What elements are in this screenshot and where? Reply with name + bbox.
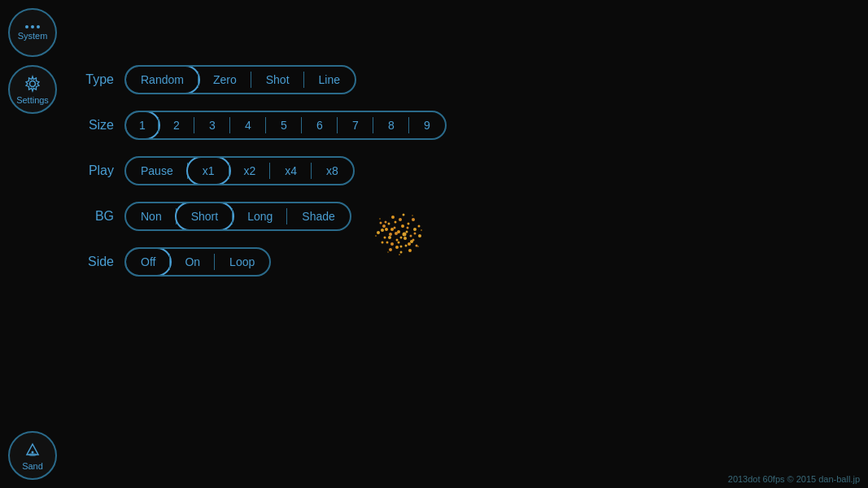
svg-point-31: [377, 231, 380, 234]
svg-point-0: [30, 81, 36, 86]
settings-label: Settings: [16, 95, 49, 105]
svg-point-17: [390, 242, 394, 246]
svg-point-43: [410, 240, 413, 243]
svg-point-33: [395, 221, 397, 224]
svg-point-6: [396, 239, 399, 242]
footer-text: 2013dot 60fps © 2015 dan-ball.jp: [728, 474, 860, 484]
bg-non-button[interactable]: Non: [126, 203, 177, 229]
size-label: Size: [69, 118, 114, 133]
svg-point-41: [382, 224, 386, 228]
svg-point-3: [401, 224, 404, 228]
svg-point-44: [414, 233, 417, 235]
sand-icon: [24, 441, 41, 459]
svg-point-24: [418, 225, 421, 228]
side-group: Off On Loop: [124, 247, 271, 277]
svg-point-5: [389, 233, 392, 236]
bg-long-button[interactable]: Long: [233, 203, 287, 229]
svg-point-29: [389, 248, 392, 251]
svg-point-11: [399, 218, 402, 221]
svg-point-7: [403, 237, 407, 240]
svg-point-50: [379, 218, 381, 220]
system-button[interactable]: System: [8, 8, 57, 57]
svg-point-22: [403, 214, 405, 216]
play-label: Play: [69, 163, 114, 178]
play-x4-button[interactable]: x4: [270, 158, 312, 184]
bg-short-button[interactable]: Short: [175, 202, 234, 231]
svg-point-10: [388, 223, 390, 225]
svg-point-52: [387, 251, 389, 253]
size-8-button[interactable]: 8: [373, 112, 409, 138]
play-x1-button[interactable]: x1: [186, 156, 231, 185]
svg-point-35: [395, 232, 398, 235]
svg-point-4: [406, 231, 408, 233]
svg-point-38: [407, 227, 409, 229]
svg-point-49: [399, 254, 400, 255]
svg-point-16: [400, 246, 403, 248]
svg-point-18: [384, 237, 386, 239]
particle-svg: [325, 179, 472, 301]
svg-point-13: [413, 228, 417, 231]
type-zero-button[interactable]: Zero: [198, 67, 251, 93]
svg-point-34: [403, 233, 407, 237]
svg-point-51: [417, 246, 419, 247]
bg-label: BG: [69, 209, 114, 224]
play-pause-button[interactable]: Pause: [126, 158, 188, 184]
type-group: Random Zero Shot Line: [124, 65, 356, 94]
size-7-button[interactable]: 7: [338, 112, 373, 138]
svg-point-45: [395, 246, 399, 249]
svg-point-48: [421, 229, 422, 231]
svg-point-37: [388, 236, 391, 239]
particle-display: [325, 179, 488, 301]
side-label: Side: [69, 255, 114, 269]
svg-point-40: [400, 237, 403, 239]
svg-point-30: [382, 242, 384, 244]
side-loop-button[interactable]: Loop: [215, 249, 269, 275]
sand-label: Sand: [22, 461, 43, 471]
svg-point-39: [390, 228, 394, 231]
sand-button[interactable]: Sand: [8, 431, 57, 480]
svg-point-27: [408, 249, 412, 252]
svg-point-23: [412, 218, 415, 221]
play-group: Pause x1 x2 x4 x8: [124, 156, 355, 185]
dots-icon: [25, 25, 40, 28]
svg-point-46: [405, 245, 408, 247]
svg-point-28: [400, 251, 403, 254]
type-label: Type: [69, 72, 114, 87]
gear-icon: [24, 75, 41, 93]
svg-point-36: [398, 242, 400, 244]
svg-point-53: [412, 215, 413, 216]
size-3-button[interactable]: 3: [194, 112, 230, 138]
sand-section: Sand: [0, 431, 65, 480]
type-line-button[interactable]: Line: [304, 67, 355, 93]
play-x2-button[interactable]: x2: [229, 158, 271, 184]
footer: 2013dot 60fps © 2015 dan-ball.jp: [728, 474, 860, 484]
svg-point-9: [385, 228, 388, 231]
sidebar: System Settings: [0, 0, 65, 488]
size-9-button[interactable]: 9: [409, 112, 445, 138]
size-row: Size 1 2 3 4 5 6 7 8 9: [69, 111, 447, 140]
size-group: 1 2 3 4 5 6 7 8 9: [124, 111, 447, 140]
svg-point-19: [381, 229, 384, 232]
svg-point-42: [386, 242, 389, 244]
svg-point-2: [394, 227, 396, 229]
size-6-button[interactable]: 6: [302, 112, 338, 138]
bg-group: Non Short Long Shade: [124, 202, 351, 231]
side-off-button[interactable]: Off: [124, 247, 172, 277]
svg-point-21: [391, 216, 395, 219]
svg-point-56: [32, 451, 34, 453]
side-on-button[interactable]: On: [170, 249, 215, 275]
size-2-button[interactable]: 2: [159, 112, 194, 138]
size-4-button[interactable]: 4: [230, 112, 266, 138]
size-5-button[interactable]: 5: [266, 112, 302, 138]
settings-button[interactable]: Settings: [8, 65, 57, 114]
svg-point-25: [418, 234, 421, 237]
svg-point-8: [410, 235, 412, 237]
svg-point-15: [408, 242, 411, 246]
svg-point-55: [28, 453, 37, 456]
type-shot-button[interactable]: Shot: [251, 67, 304, 93]
size-1-button[interactable]: 1: [124, 111, 160, 140]
type-random-button[interactable]: Random: [124, 65, 200, 94]
type-row: Type Random Zero Shot Line: [69, 65, 447, 94]
svg-point-12: [408, 223, 410, 225]
svg-point-47: [375, 235, 377, 237]
